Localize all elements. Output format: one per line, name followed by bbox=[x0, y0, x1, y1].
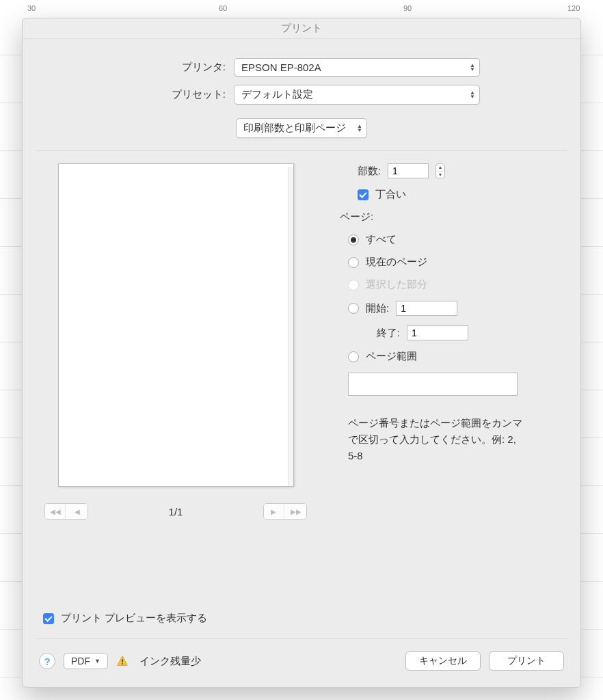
stepper-down-icon: ▼ bbox=[436, 172, 444, 178]
page-indicator: 1/1 bbox=[169, 506, 183, 517]
options-column: 部数: ▲ ▼ 丁合い ページ: すべて 現在のページ bbox=[312, 163, 564, 594]
ruler: 30 60 90 120 bbox=[0, 4, 603, 18]
radio-current[interactable] bbox=[348, 257, 359, 268]
preset-label: プリセット: bbox=[123, 88, 226, 101]
section-select[interactable]: 印刷部数と印刷ページ ▲▼ bbox=[236, 118, 367, 138]
copies-input[interactable] bbox=[388, 163, 429, 178]
show-preview-label: プリント プレビューを表示する bbox=[61, 612, 207, 625]
cancel-button[interactable]: キャンセル bbox=[405, 651, 481, 671]
last-page-button[interactable]: ▶▶ bbox=[286, 504, 306, 519]
print-dialog: プリント プリンタ: EPSON EP-802A ▲▼ プリセット: デフォルト… bbox=[22, 18, 581, 688]
next-page-button[interactable]: ▶ bbox=[264, 504, 284, 519]
chevron-updown-icon: ▲▼ bbox=[357, 124, 362, 133]
warning-icon bbox=[116, 655, 129, 667]
chevron-updown-icon: ▲▼ bbox=[470, 64, 475, 72]
prev-page-button[interactable]: ◀ bbox=[67, 504, 88, 519]
printer-label: プリンタ: bbox=[123, 61, 226, 74]
preset-value: デフォルト設定 bbox=[241, 88, 313, 101]
show-preview-checkbox[interactable] bbox=[43, 613, 54, 624]
copies-label: 部数: bbox=[340, 165, 381, 178]
to-label: 終了: bbox=[366, 327, 400, 340]
section-value: 印刷部数と印刷ページ bbox=[243, 122, 346, 135]
ink-warning-label: インク残量少 bbox=[139, 655, 201, 668]
svg-rect-1 bbox=[122, 663, 123, 664]
radio-selection bbox=[348, 280, 359, 291]
to-input[interactable] bbox=[407, 325, 468, 340]
chevron-updown-icon: ▲▼ bbox=[470, 91, 475, 99]
radio-all[interactable] bbox=[348, 234, 359, 245]
radio-range[interactable] bbox=[348, 351, 359, 362]
range-input[interactable] bbox=[348, 373, 518, 396]
help-button[interactable]: ? bbox=[39, 653, 55, 669]
copies-stepper[interactable]: ▲ ▼ bbox=[436, 163, 445, 178]
radio-from-label: 開始: bbox=[366, 302, 389, 315]
pdf-button[interactable]: PDF ▼ bbox=[64, 653, 108, 669]
preset-select[interactable]: デフォルト設定 ▲▼ bbox=[234, 85, 480, 105]
radio-all-label: すべて bbox=[366, 233, 397, 246]
from-input[interactable] bbox=[396, 301, 457, 316]
page-preview bbox=[58, 163, 294, 487]
dialog-title: プリント bbox=[23, 18, 580, 39]
collate-label: 丁合い bbox=[375, 188, 406, 201]
footer: ? PDF ▼ インク残量少 キャンセル プリント bbox=[23, 639, 580, 687]
pdf-label: PDF bbox=[71, 656, 90, 667]
pages-label: ページ: bbox=[340, 211, 564, 224]
chevron-down-icon: ▼ bbox=[94, 658, 100, 664]
range-note: ページ番号またはページ範囲をカンマで区切って入力してください。例: 2, 5-8 bbox=[348, 415, 526, 464]
printer-select[interactable]: EPSON EP-802A ▲▼ bbox=[234, 58, 480, 77]
radio-selection-label: 選択した部分 bbox=[366, 278, 427, 291]
radio-current-label: 現在のページ bbox=[366, 256, 427, 269]
print-button[interactable]: プリント bbox=[489, 651, 564, 671]
stepper-up-icon: ▲ bbox=[436, 164, 444, 172]
radio-from[interactable] bbox=[348, 303, 359, 314]
printer-value: EPSON EP-802A bbox=[241, 62, 321, 73]
collate-checkbox[interactable] bbox=[358, 189, 368, 200]
radio-range-label: ページ範囲 bbox=[366, 350, 417, 363]
svg-rect-0 bbox=[122, 659, 123, 662]
top-form: プリンタ: EPSON EP-802A ▲▼ プリセット: デフォルト設定 ▲▼… bbox=[23, 39, 580, 150]
pager: ◀◀ ◀ 1/1 ▶ ▶▶ bbox=[39, 503, 312, 520]
preview-column: ◀◀ ◀ 1/1 ▶ ▶▶ bbox=[39, 163, 312, 594]
first-page-button[interactable]: ◀◀ bbox=[45, 504, 66, 519]
